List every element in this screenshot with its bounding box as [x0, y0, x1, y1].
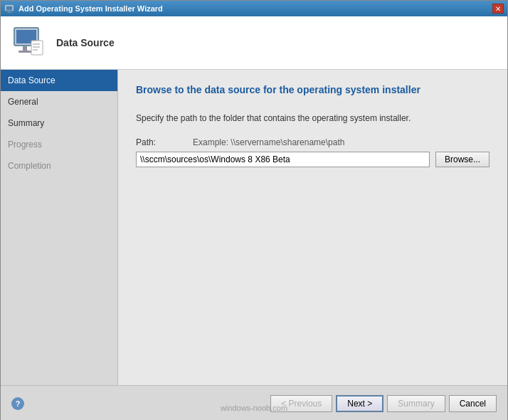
svg-rect-6	[23, 46, 27, 51]
sidebar: Data Source General Summary Progress Com…	[1, 70, 118, 385]
svg-rect-1	[6, 6, 13, 11]
cancel-button[interactable]: Cancel	[449, 395, 497, 412]
computer-svg	[11, 25, 46, 59]
title-bar: Add Operating System Installer Wizard ✕	[1, 1, 507, 16]
wizard-title-icon	[4, 4, 14, 14]
wizard-container: Add Operating System Installer Wizard ✕	[0, 0, 508, 420]
svg-rect-11	[33, 49, 38, 51]
header-icon-area	[11, 26, 46, 60]
svg-rect-10	[33, 46, 40, 48]
svg-rect-7	[18, 51, 31, 53]
close-button[interactable]: ✕	[492, 4, 504, 14]
footer-buttons: < Previous Next > Summary Cancel	[270, 395, 497, 412]
svg-rect-2	[8, 11, 11, 13]
wizard-footer: ? < Previous Next > Summary Cancel	[1, 385, 507, 420]
path-example: Example: \\servername\sharename\path	[193, 137, 344, 147]
content-title: Browse to the data source for the operat…	[136, 84, 490, 95]
content-area: Browse to the data source for the operat…	[118, 70, 507, 385]
previous-button[interactable]: < Previous	[270, 395, 332, 412]
sidebar-item-data-source[interactable]: Data Source	[1, 70, 117, 91]
browse-button[interactable]: Browse...	[435, 152, 490, 167]
wizard-header: Data Source	[1, 16, 507, 70]
sidebar-item-completion: Completion	[1, 155, 117, 177]
path-input[interactable]	[136, 152, 430, 167]
path-label: Path:	[136, 137, 193, 147]
wizard-body: Data Source General Summary Progress Com…	[1, 70, 507, 385]
title-bar-text: Add Operating System Installer Wizard	[18, 4, 163, 13]
sidebar-item-progress: Progress	[1, 134, 117, 155]
content-description: Specify the path to the folder that cont…	[136, 113, 490, 123]
footer-left: ?	[11, 397, 24, 410]
header-title: Data Source	[56, 37, 115, 48]
help-icon[interactable]: ?	[11, 397, 24, 410]
sidebar-item-summary[interactable]: Summary	[1, 112, 117, 134]
svg-rect-3	[7, 12, 12, 13]
computer-icon	[11, 25, 46, 61]
path-input-row: Browse...	[136, 152, 490, 167]
svg-rect-9	[33, 43, 40, 45]
sidebar-item-general[interactable]: General	[1, 91, 117, 112]
path-row: Path: Example: \\servername\sharename\pa…	[136, 137, 490, 147]
next-button[interactable]: Next >	[336, 395, 383, 412]
summary-button[interactable]: Summary	[387, 395, 445, 412]
